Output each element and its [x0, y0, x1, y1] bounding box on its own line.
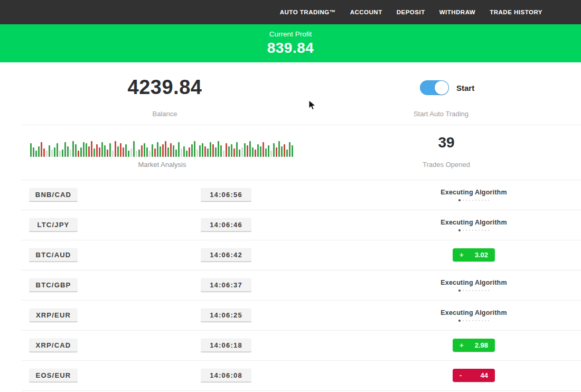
market-bar [70, 150, 71, 157]
progress-dot [458, 290, 461, 292]
market-bar [165, 141, 166, 157]
progress-dot [472, 320, 473, 321]
market-bar [196, 150, 198, 157]
market-bar [173, 145, 174, 157]
market-bar [149, 151, 151, 157]
market-bar [59, 151, 61, 157]
market-bar [64, 142, 66, 157]
market-bar [130, 148, 132, 157]
market-bar [170, 143, 172, 157]
progress-dot [482, 290, 483, 291]
progress-dot [475, 200, 476, 201]
pl-amount: 2.98 [475, 341, 488, 349]
trade-row: EOS/EUR14:06:08-44 [0, 360, 581, 390]
progress-dot [488, 200, 489, 201]
market-bar [107, 150, 108, 157]
nav-item-withdraw[interactable]: WITHDRAW [439, 9, 476, 15]
market-bar [292, 145, 293, 157]
pair-badge: EOS/EUR [29, 368, 78, 382]
progress-dot [475, 230, 476, 231]
market-bar [33, 147, 34, 157]
top-nav: AUTO TRADING™ACCOUNTDEPOSITWITHDRAWTRADE… [0, 0, 581, 24]
time-badge: 14:06:37 [201, 278, 251, 292]
market-bar [62, 150, 63, 157]
market-bar [35, 151, 37, 157]
trade-status: Executing Algorithm [416, 270, 532, 300]
trade-status: Executing Algorithm [416, 210, 532, 240]
market-bar [220, 145, 222, 157]
market-bar [144, 143, 145, 157]
nav-item-auto-trading[interactable]: AUTO TRADING™ [280, 9, 336, 15]
progress-dot [466, 200, 467, 201]
progress-dot [458, 229, 461, 231]
progress-dot [488, 290, 489, 291]
market-bar [255, 150, 256, 157]
balance-label: Balance [33, 110, 297, 118]
trade-row: BNB/CAD14:06:56Executing Algorithm [0, 180, 581, 210]
auto-trading-toggle[interactable] [420, 80, 449, 95]
market-bar [189, 147, 190, 157]
trade-row: XRP/CAD14:06:18+2.98 [0, 330, 581, 360]
pl-amount: 44 [481, 371, 488, 379]
market-bar [281, 146, 283, 157]
market-bar [207, 148, 209, 157]
profit-badge: +3.02 [453, 248, 495, 262]
market-bar [265, 148, 267, 157]
market-bar [244, 143, 246, 157]
trades-opened-value: 39 [393, 134, 499, 151]
market-bar [236, 142, 238, 157]
market-bar [202, 143, 203, 157]
market-bar [270, 151, 272, 157]
market-bar [30, 143, 32, 157]
progress-dot [458, 199, 461, 201]
nav-item-account[interactable]: ACCOUNT [350, 9, 382, 15]
market-bar [72, 141, 74, 157]
market-bar [157, 142, 158, 157]
progress-dot [488, 320, 489, 321]
market-bar [152, 144, 153, 157]
pair-badge: XRP/CAD [29, 338, 78, 352]
market-bar [276, 147, 277, 157]
market-bar [204, 146, 206, 157]
progress-dot [458, 320, 461, 322]
time-badge: 14:06:42 [201, 248, 251, 262]
progress-dot [485, 320, 486, 321]
market-analysis-label: Market Analysis [30, 161, 294, 169]
market-bar [51, 150, 53, 157]
market-bar [186, 151, 188, 157]
market-bar [160, 146, 161, 157]
toggle-knob [435, 81, 448, 95]
time-badge: 14:06:18 [201, 338, 251, 352]
progress-dots [458, 229, 489, 231]
market-bar [263, 142, 264, 157]
nav-item-trade-history[interactable]: TRADE HISTORY [490, 9, 542, 15]
progress-dot [482, 200, 483, 201]
profit-banner: Current Profit 839.84 [0, 24, 581, 62]
market-bar [96, 144, 98, 157]
market-bar [223, 151, 224, 157]
market-bar [252, 147, 254, 157]
market-bar [175, 150, 177, 157]
progress-dot [463, 290, 464, 291]
trade-status: -44 [416, 360, 532, 390]
row-divider [21, 390, 581, 391]
nav-item-deposit[interactable]: DEPOSIT [397, 9, 425, 15]
loss-badge: -44 [453, 369, 495, 382]
market-bar [212, 144, 214, 157]
progress-dot [466, 320, 467, 321]
market-bar [123, 147, 124, 157]
market-bar [268, 145, 269, 157]
market-bar [75, 144, 77, 157]
market-bar [241, 147, 243, 157]
time-badge: 14:06:46 [201, 218, 251, 232]
progress-dot [469, 230, 470, 231]
market-bar [104, 145, 106, 157]
progress-dot [475, 290, 476, 291]
time-badge: 14:06:08 [201, 368, 251, 382]
trade-row: LTC/JPY14:06:46Executing Algorithm [0, 210, 581, 240]
progress-dot [472, 200, 473, 201]
executing-algorithm-label: Executing Algorithm [441, 279, 507, 286]
progress-dot [469, 320, 470, 321]
market-bar [228, 146, 230, 157]
market-bar [146, 147, 148, 157]
